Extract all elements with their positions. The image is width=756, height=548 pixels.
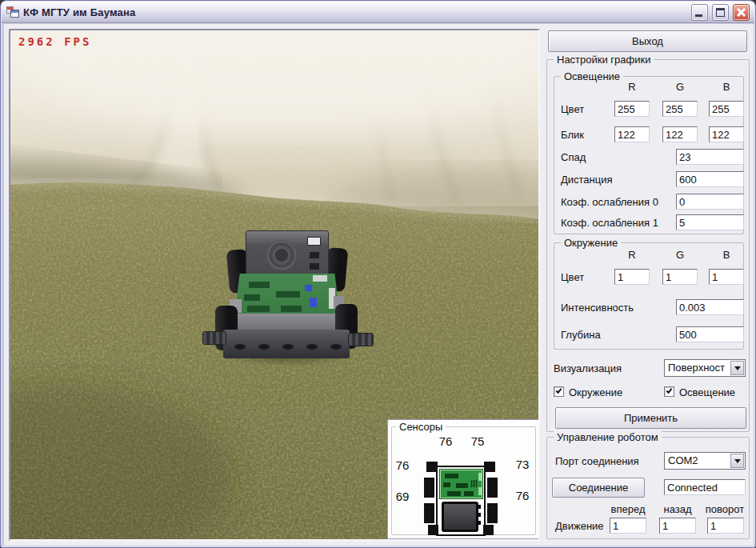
check-icon (556, 387, 562, 394)
chevron-down-icon (734, 459, 741, 466)
visualization-label: Визуализация (554, 362, 622, 374)
specular-r-input[interactable] (614, 126, 650, 142)
specular-g-input[interactable] (662, 126, 698, 142)
motion-header-backward: назад (659, 503, 696, 515)
app-icon (6, 6, 19, 18)
depth-input[interactable] (676, 326, 744, 342)
visualization-value: Поверхност (668, 362, 725, 374)
lighting-checkbox[interactable] (664, 386, 674, 397)
light-color-label: Цвет (561, 103, 584, 115)
robot-fan (266, 240, 298, 270)
port-label: Порт соединения (555, 455, 639, 467)
robot-control-group: Управление роботом Порт соединения COM2 … (546, 437, 750, 539)
window-title: КФ МГТУ им Баумана (23, 6, 687, 18)
specular-label: Блик (561, 129, 584, 141)
connection-status-field[interactable] (664, 479, 746, 495)
connect-button[interactable]: Соединение (552, 478, 645, 498)
titlebar[interactable]: КФ МГТУ им Баумана (2, 2, 754, 23)
motion-forward-input[interactable] (610, 518, 646, 534)
robot-rear-box (246, 230, 329, 280)
attenuation1-label: Коэф. ослабления 1 (561, 217, 658, 229)
ambient-header-b: B (709, 249, 744, 261)
app-window: КФ МГТУ им Баумана (0, 0, 756, 548)
lighting-checkbox-label: Освещение (679, 386, 735, 398)
ambient-checkbox-label: Окружение (569, 386, 622, 398)
lighting-group: Освещение R G B Цвет Блик Спад Дистанция (554, 76, 744, 234)
3d-viewport[interactable]: 2962 FPS (9, 29, 540, 541)
chevron-down-icon (734, 366, 741, 374)
maximize-button[interactable] (712, 4, 729, 21)
distance-label: Дистанция (561, 174, 613, 186)
sensor-left-front: 76 (391, 458, 414, 472)
sensors-robot-pcb (440, 470, 482, 498)
attenuation0-input[interactable] (676, 194, 744, 210)
visualization-dropdown-button[interactable] (730, 361, 744, 375)
motion-label: Движение (555, 520, 604, 532)
lighting-header-b: B (709, 81, 744, 93)
port-value: COM2 (668, 454, 698, 466)
minimize-icon (695, 14, 702, 17)
apply-button[interactable]: Применить (555, 407, 746, 429)
attenuation0-label: Коэф. ослабления 0 (561, 196, 658, 208)
falloff-label: Спад (561, 151, 586, 163)
control-panel: Выход Настройки графики Освещение R G B … (543, 26, 752, 544)
sensor-right-rear: 76 (511, 489, 534, 502)
distance-input[interactable] (676, 171, 744, 187)
light-color-r-input[interactable] (614, 101, 650, 117)
sensor-front-right: 75 (466, 434, 489, 448)
sensors-robot-device (442, 502, 478, 532)
sensors-panel: Сенсоры 76 75 76 73 69 76 (387, 419, 540, 539)
ambient-color-g-input[interactable] (662, 269, 698, 285)
depth-label: Глубина (561, 329, 601, 341)
check-icon (666, 387, 673, 394)
close-button[interactable] (733, 4, 750, 21)
robot-control-title: Управление роботом (554, 431, 662, 443)
ambient-color-b-input[interactable] (709, 269, 744, 285)
sensor-front-left: 76 (434, 434, 457, 448)
minimize-button[interactable] (691, 4, 708, 21)
falloff-input[interactable] (676, 149, 744, 165)
motion-header-forward: вперед (610, 503, 646, 515)
motion-turn-input[interactable] (707, 518, 744, 534)
robot-bumper (223, 330, 350, 358)
attenuation1-input[interactable] (676, 214, 744, 230)
robot-left-sensor (202, 331, 226, 345)
lighting-header-g: G (662, 81, 698, 93)
ambient-color-label: Цвет (561, 271, 584, 283)
graphics-settings-title: Настройки графики (554, 54, 654, 66)
maximize-icon (716, 8, 725, 17)
robot-right-sensor (348, 333, 374, 346)
motion-header-turn: поворот (702, 503, 747, 515)
ambient-title: Окружение (561, 237, 621, 249)
intensity-label: Интенсивность (561, 302, 634, 314)
visualization-select[interactable]: Поверхност (664, 359, 746, 377)
window-content: 2962 FPS (4, 24, 754, 546)
graphics-settings-group: Настройки графики Освещение R G B Цвет Б… (546, 59, 750, 432)
light-color-b-input[interactable] (709, 101, 744, 117)
fps-counter: 2962 FPS (18, 35, 91, 48)
ambient-group: Окружение R G B Цвет Интенсивность Глуби… (554, 242, 744, 350)
robot-3d-model (201, 222, 374, 371)
lighting-header-r: R (614, 81, 650, 93)
ambient-checkbox[interactable] (554, 386, 564, 397)
light-color-g-input[interactable] (662, 101, 698, 117)
port-select[interactable]: COM2 (664, 452, 746, 470)
sensors-title: Сенсоры (396, 421, 446, 433)
exit-button[interactable]: Выход (548, 30, 747, 52)
sensor-left-rear: 69 (391, 490, 414, 503)
ambient-color-r-input[interactable] (614, 269, 650, 285)
specular-b-input[interactable] (709, 126, 744, 142)
intensity-input[interactable] (676, 299, 744, 315)
sensor-right-front: 73 (511, 458, 534, 471)
motion-backward-input[interactable] (659, 518, 696, 534)
ambient-header-r: R (614, 249, 650, 261)
ambient-header-g: G (662, 249, 698, 261)
robot-pcb-board (234, 274, 340, 317)
port-dropdown-button[interactable] (730, 454, 744, 468)
